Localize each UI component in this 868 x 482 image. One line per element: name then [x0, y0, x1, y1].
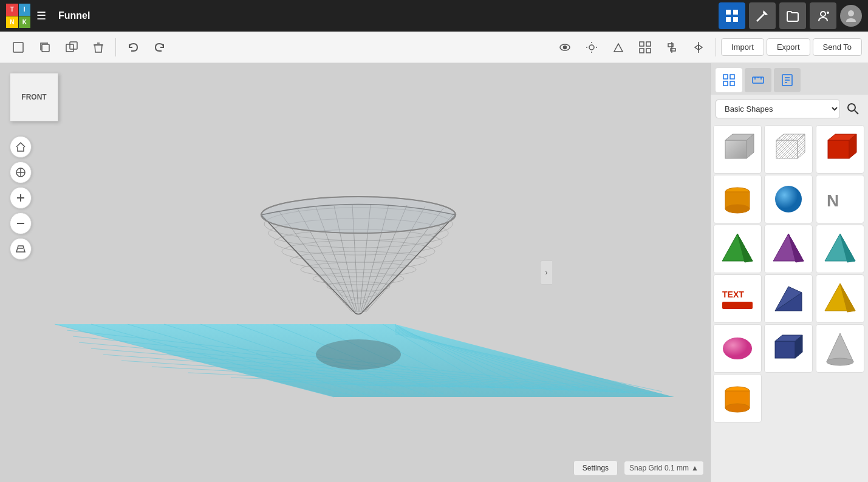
- ruler-panel-tab[interactable]: [745, 68, 771, 92]
- svg-point-15: [589, 45, 594, 50]
- shape-tools-button[interactable]: [606, 35, 630, 59]
- svg-point-14: [564, 46, 567, 49]
- svg-point-104: [848, 104, 855, 111]
- shape-cylinder-orange[interactable]: [713, 374, 762, 423]
- shape-text-3d[interactable]: N: [816, 175, 864, 223]
- svg-rect-92: [723, 75, 728, 79]
- add-user-button[interactable]: [810, 2, 836, 29]
- pickaxe-button[interactable]: [749, 2, 776, 29]
- svg-rect-9: [13, 42, 23, 52]
- logo-k: K: [19, 16, 31, 29]
- svg-line-105: [855, 110, 858, 114]
- shape-category-select[interactable]: Basic Shapes: [716, 100, 840, 118]
- shape-box-dark[interactable]: [764, 324, 813, 373]
- shape-sphere[interactable]: [764, 175, 813, 223]
- svg-rect-26: [671, 49, 675, 51]
- shape-cylinder[interactable]: [713, 175, 762, 223]
- toolbar: Import Export Send To: [0, 32, 868, 63]
- svg-rect-113: [828, 140, 849, 158]
- export-button[interactable]: Export: [767, 38, 810, 56]
- svg-rect-95: [730, 81, 734, 86]
- svg-text:TEXT: TEXT: [722, 290, 744, 299]
- svg-point-5: [821, 12, 825, 16]
- svg-point-91: [261, 197, 456, 233]
- right-panel: Basic Shapes: [710, 63, 868, 482]
- svg-text:N: N: [827, 191, 839, 210]
- svg-point-8: [848, 10, 854, 16]
- svg-rect-23: [646, 49, 651, 53]
- shape-text-stamp[interactable]: TEXT: [713, 274, 762, 323]
- svg-rect-2: [726, 17, 731, 22]
- svg-point-118: [725, 205, 750, 213]
- undo-button[interactable]: [121, 35, 145, 59]
- snap-grid-control[interactable]: Snap Grid 0.1 mm ▲: [624, 461, 704, 475]
- main-area: FRONT: [0, 63, 868, 482]
- settings-bar: Settings Snap Grid 0.1 mm ▲: [573, 460, 704, 476]
- logo-n: N: [6, 16, 18, 29]
- snap-grid-value: 0.1 mm: [665, 464, 689, 472]
- logo[interactable]: T I N K: [6, 4, 30, 28]
- search-shapes-button[interactable]: [842, 98, 863, 119]
- shape-pyramid-teal[interactable]: [816, 225, 864, 273]
- shape-ellipsoid[interactable]: [713, 324, 762, 373]
- mirror-button[interactable]: [686, 35, 711, 59]
- svg-point-141: [725, 404, 750, 412]
- app-title: Funnel: [58, 10, 90, 21]
- send-to-button[interactable]: Send To: [813, 38, 862, 56]
- import-button[interactable]: Import: [721, 38, 764, 56]
- shape-box-solid[interactable]: [713, 125, 762, 174]
- svg-point-67: [316, 339, 401, 370]
- collapse-panel-button[interactable]: ›: [540, 260, 552, 285]
- shape-pyramid-green[interactable]: [713, 225, 762, 273]
- svg-point-138: [827, 358, 853, 365]
- settings-button[interactable]: Settings: [573, 460, 618, 476]
- svg-rect-0: [726, 10, 731, 15]
- shape-pyramid-purple[interactable]: [764, 225, 813, 273]
- shapes-grid: N TEXT: [711, 123, 868, 482]
- toolbar-divider-2: [716, 38, 716, 56]
- view-eye-button[interactable]: [553, 35, 577, 59]
- svg-rect-93: [730, 75, 734, 79]
- svg-line-4: [757, 14, 764, 21]
- svg-rect-106: [725, 140, 747, 158]
- svg-rect-134: [775, 341, 795, 358]
- grid-panel-tab[interactable]: [716, 68, 742, 92]
- svg-rect-3: [733, 17, 738, 22]
- folder-button[interactable]: [779, 2, 806, 29]
- light-button[interactable]: [579, 35, 604, 59]
- snap-grid-label: Snap Grid: [629, 464, 662, 472]
- shape-pyramid-yellow[interactable]: [816, 274, 864, 323]
- redo-button[interactable]: [148, 35, 172, 59]
- svg-marker-137: [827, 333, 853, 362]
- menu-icon[interactable]: ☰: [36, 9, 46, 22]
- delete-button[interactable]: [86, 35, 111, 59]
- svg-rect-94: [723, 81, 728, 86]
- logo-i: I: [19, 4, 31, 16]
- duplicate-button[interactable]: [60, 35, 84, 59]
- topbar-right: [719, 2, 862, 29]
- user-avatar[interactable]: [840, 5, 862, 27]
- shape-selector: Basic Shapes: [711, 95, 868, 123]
- toolbar-divider-1: [115, 38, 116, 56]
- svg-rect-110: [776, 140, 798, 158]
- group-button[interactable]: [633, 35, 657, 59]
- shape-wedge-blue[interactable]: [764, 274, 813, 323]
- new-button[interactable]: [6, 35, 30, 59]
- snap-grid-arrow: ▲: [691, 464, 699, 472]
- svg-rect-128: [722, 302, 753, 309]
- grid-view-button[interactable]: [719, 2, 745, 29]
- shape-box-hole[interactable]: [764, 125, 813, 174]
- svg-point-133: [723, 338, 752, 359]
- notes-panel-tab[interactable]: [774, 68, 801, 92]
- canvas-area[interactable]: FRONT: [0, 63, 710, 482]
- shape-box-red[interactable]: [816, 125, 864, 174]
- shape-cone-gray[interactable]: [816, 324, 864, 373]
- top-bar: T I N K ☰ Funnel: [0, 0, 868, 32]
- align-button[interactable]: [660, 35, 684, 59]
- copy-button[interactable]: [33, 35, 57, 59]
- svg-rect-21: [646, 42, 651, 46]
- svg-rect-25: [668, 44, 673, 47]
- svg-rect-22: [640, 49, 644, 53]
- svg-rect-10: [42, 44, 49, 52]
- panel-tabs: [711, 63, 868, 95]
